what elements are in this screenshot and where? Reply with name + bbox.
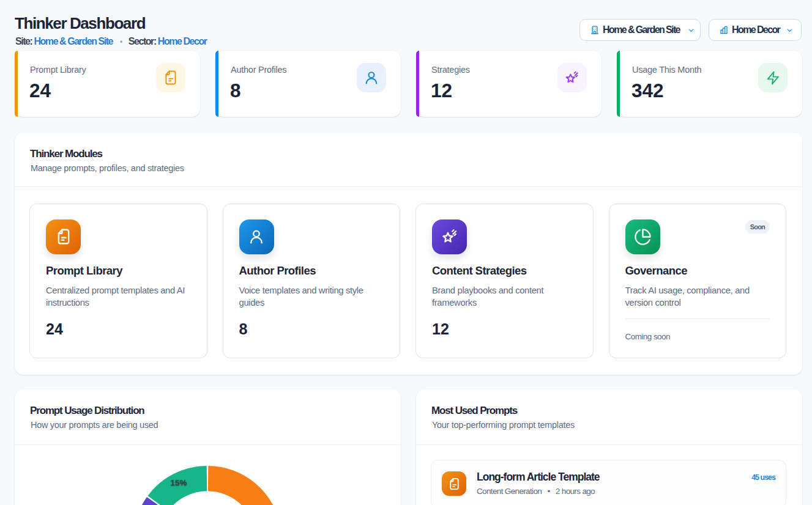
svg-text:15%: 15% (170, 478, 187, 487)
